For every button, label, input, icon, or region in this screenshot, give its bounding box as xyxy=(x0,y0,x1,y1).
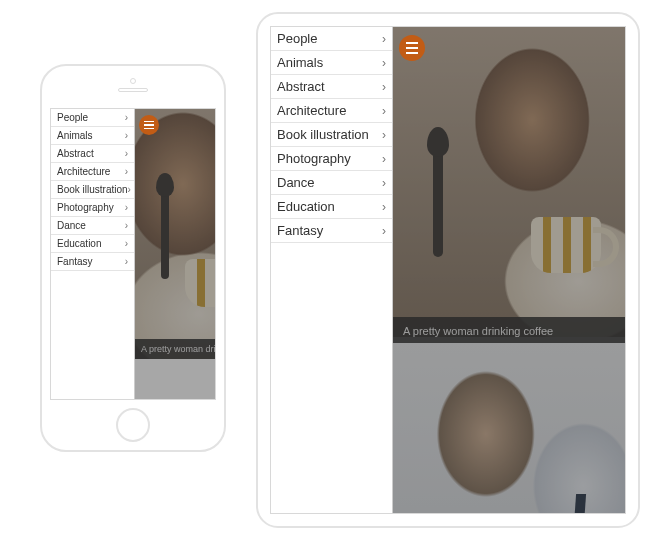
tablet-screen: People › Animals › Abstract › Architectu… xyxy=(270,26,626,514)
photo-card xyxy=(393,343,625,513)
chevron-right-icon: › xyxy=(382,33,386,45)
sidebar-item-architecture[interactable]: Architecture › xyxy=(51,163,134,181)
sidebar-item-animals[interactable]: Animals › xyxy=(51,127,134,145)
content-area: A pretty woman drinking xyxy=(135,109,215,399)
hamburger-icon xyxy=(406,52,418,54)
chevron-right-icon: › xyxy=(125,113,128,123)
sidebar-item-education[interactable]: Education › xyxy=(271,195,392,219)
chevron-right-icon: › xyxy=(125,257,128,267)
chevron-right-icon: › xyxy=(125,203,128,213)
sidebar-item-dance[interactable]: Dance › xyxy=(51,217,134,235)
hamburger-icon xyxy=(144,128,154,130)
photo-image xyxy=(161,189,169,279)
photo-image xyxy=(572,494,586,513)
sidebar-item-photography[interactable]: Photography › xyxy=(51,199,134,217)
sidebar-item-label: Abstract xyxy=(57,148,94,159)
sidebar-item-photography[interactable]: Photography › xyxy=(271,147,392,171)
sidebar-item-label: Architecture xyxy=(277,103,346,118)
sidebar-item-fantasy[interactable]: Fantasy › xyxy=(51,253,134,271)
photo-card xyxy=(135,109,215,359)
photo-caption: A pretty woman drinking coffee xyxy=(393,317,625,345)
hamburger-icon xyxy=(144,124,154,126)
chevron-right-icon: › xyxy=(125,167,128,177)
chevron-right-icon: › xyxy=(382,105,386,117)
sidebar-item-label: Abstract xyxy=(277,79,325,94)
phone-screen: People › Animals › Abstract › Architectu… xyxy=(50,108,216,400)
sidebar-item-label: Photography xyxy=(277,151,351,166)
chevron-right-icon: › xyxy=(382,201,386,213)
photo-image xyxy=(531,217,601,273)
sidebar: People › Animals › Abstract › Architectu… xyxy=(51,109,135,399)
chevron-right-icon: › xyxy=(125,221,128,231)
sidebar-item-label: Fantasy xyxy=(57,256,93,267)
photo-image xyxy=(135,109,215,359)
chevron-right-icon: › xyxy=(125,239,128,249)
sidebar-item-fantasy[interactable]: Fantasy › xyxy=(271,219,392,243)
photo-image xyxy=(185,259,215,307)
sidebar-item-book-illustration[interactable]: Book illustration › xyxy=(271,123,392,147)
chevron-right-icon: › xyxy=(382,81,386,93)
chevron-right-icon: › xyxy=(125,149,128,159)
app-phone: People › Animals › Abstract › Architectu… xyxy=(51,109,215,399)
tablet-device-frame: People › Animals › Abstract › Architectu… xyxy=(256,12,640,528)
sidebar-item-label: Education xyxy=(277,199,335,214)
sidebar-item-book-illustration[interactable]: Book illustration › xyxy=(51,181,134,199)
phone-camera-dot xyxy=(130,78,136,84)
photo-image xyxy=(433,147,443,257)
sidebar-item-label: People xyxy=(57,112,88,123)
chevron-right-icon: › xyxy=(382,153,386,165)
hamburger-icon xyxy=(406,42,418,44)
sidebar-item-label: Animals xyxy=(277,55,323,70)
sidebar-item-dance[interactable]: Dance › xyxy=(271,171,392,195)
chevron-right-icon: › xyxy=(382,177,386,189)
sidebar-item-architecture[interactable]: Architecture › xyxy=(271,99,392,123)
sidebar-item-label: Fantasy xyxy=(277,223,323,238)
photo-image xyxy=(393,27,625,337)
phone-speaker xyxy=(118,88,148,92)
sidebar-item-education[interactable]: Education › xyxy=(51,235,134,253)
sidebar-item-people[interactable]: People › xyxy=(271,27,392,51)
photo-caption: A pretty woman drinking xyxy=(135,339,215,359)
hamburger-icon xyxy=(406,47,418,49)
menu-toggle-button[interactable] xyxy=(399,35,425,61)
sidebar-item-label: Book illustration xyxy=(57,184,128,195)
sidebar-item-abstract[interactable]: Abstract › xyxy=(51,145,134,163)
sidebar-item-label: Dance xyxy=(277,175,315,190)
chevron-right-icon: › xyxy=(128,185,131,195)
sidebar-item-label: Education xyxy=(57,238,101,249)
sidebar-item-animals[interactable]: Animals › xyxy=(271,51,392,75)
menu-toggle-button[interactable] xyxy=(139,115,159,135)
sidebar-item-label: Book illustration xyxy=(277,127,369,142)
phone-device-frame: People › Animals › Abstract › Architectu… xyxy=(40,64,226,452)
phone-home-button xyxy=(116,408,150,442)
content-area: A pretty woman drinking coffee xyxy=(393,27,625,513)
sidebar-item-label: People xyxy=(277,31,317,46)
sidebar-item-label: Animals xyxy=(57,130,93,141)
sidebar-item-people[interactable]: People › xyxy=(51,109,134,127)
photo-card xyxy=(393,27,625,337)
sidebar-item-label: Architecture xyxy=(57,166,110,177)
hamburger-icon xyxy=(144,121,154,123)
chevron-right-icon: › xyxy=(382,225,386,237)
sidebar-item-label: Photography xyxy=(57,202,114,213)
chevron-right-icon: › xyxy=(125,131,128,141)
chevron-right-icon: › xyxy=(382,129,386,141)
sidebar-item-label: Dance xyxy=(57,220,86,231)
chevron-right-icon: › xyxy=(382,57,386,69)
sidebar-item-abstract[interactable]: Abstract › xyxy=(271,75,392,99)
sidebar: People › Animals › Abstract › Architectu… xyxy=(271,27,393,513)
app-tablet: People › Animals › Abstract › Architectu… xyxy=(271,27,625,513)
